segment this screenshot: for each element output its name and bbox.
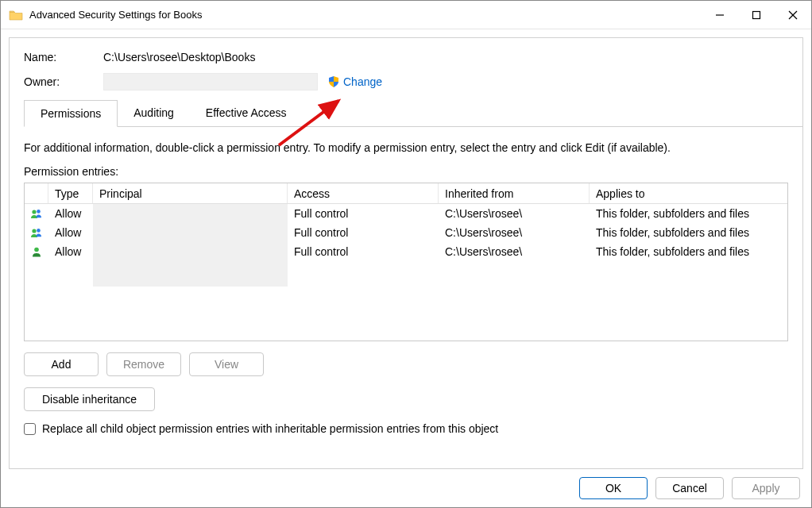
cell-applies-to: This folder, subfolders and files	[590, 244, 787, 260]
cell-principal	[93, 223, 288, 242]
cell-access: Full control	[288, 206, 439, 221]
group-icon	[30, 226, 43, 239]
cell-inherited-from: C:\Users\rosee\	[439, 244, 590, 260]
svg-point-7	[37, 229, 41, 233]
group-icon	[30, 207, 43, 220]
folder-icon	[9, 10, 23, 21]
disable-inheritance-button[interactable]: Disable inheritance	[24, 387, 155, 411]
cell-type: Allow	[48, 206, 93, 221]
cell-access: Full control	[288, 225, 439, 241]
window-title: Advanced Security Settings for Books	[29, 9, 203, 21]
window-controls	[702, 1, 811, 29]
maximize-button[interactable]	[738, 1, 775, 29]
owner-label: Owner:	[24, 75, 103, 88]
replace-checkbox-label: Replace all child object permission entr…	[42, 422, 498, 435]
view-button[interactable]: View	[189, 352, 264, 376]
table-row-empty	[25, 261, 787, 280]
close-button[interactable]	[775, 1, 811, 29]
svg-rect-1	[753, 11, 760, 18]
cell-type: Allow	[48, 244, 93, 260]
tab-permissions[interactable]: Permissions	[24, 100, 118, 127]
cell-type: Allow	[48, 225, 93, 241]
info-text: For additional information, double-click…	[24, 141, 788, 154]
replace-checkbox[interactable]	[24, 423, 36, 435]
add-button[interactable]: Add	[24, 352, 99, 376]
cell-access: Full control	[288, 244, 439, 260]
permission-entries-table: Type Principal Access Inherited from App…	[24, 183, 788, 341]
cancel-button[interactable]: Cancel	[655, 477, 724, 499]
header-principal[interactable]: Principal	[93, 183, 288, 203]
disable-inheritance-row: Disable inheritance	[24, 387, 788, 411]
change-owner-link[interactable]: Change	[343, 75, 382, 88]
header-access[interactable]: Access	[288, 183, 439, 203]
owner-value-box	[103, 73, 318, 90]
cell-applies-to: This folder, subfolders and files	[590, 206, 787, 221]
tab-effective-access[interactable]: Effective Access	[190, 100, 303, 127]
svg-point-8	[34, 248, 39, 252]
shield-icon	[327, 75, 340, 88]
cell-inherited-from: C:\Users\rosee\	[439, 206, 590, 221]
remove-button[interactable]: Remove	[106, 352, 181, 376]
svg-point-5	[37, 210, 41, 214]
name-row: Name: C:\Users\rosee\Desktop\Books	[24, 51, 788, 64]
content-frame: Name: C:\Users\rosee\Desktop\Books Owner…	[9, 37, 803, 469]
apply-button[interactable]: Apply	[732, 477, 800, 499]
minimize-button[interactable]	[702, 1, 738, 29]
owner-row: Owner: Change	[24, 73, 788, 90]
svg-point-4	[32, 210, 36, 214]
cell-applies-to: This folder, subfolders and files	[590, 225, 787, 241]
tabs: Permissions Auditing Effective Access	[24, 100, 788, 127]
cell-principal	[93, 204, 288, 223]
entry-button-row: Add Remove View	[24, 352, 788, 376]
table-row[interactable]: Allow Full control C:\Users\rosee\ This …	[25, 204, 787, 223]
header-type[interactable]: Type	[48, 183, 93, 203]
name-value: C:\Users\rosee\Desktop\Books	[103, 51, 255, 64]
cell-inherited-from: C:\Users\rosee\	[439, 225, 590, 241]
tab-auditing[interactable]: Auditing	[118, 100, 190, 127]
dialog-buttons: OK Cancel Apply	[579, 477, 800, 499]
table-header: Type Principal Access Inherited from App…	[25, 183, 787, 204]
titlebar: Advanced Security Settings for Books	[1, 1, 811, 29]
header-inherited-from[interactable]: Inherited from	[439, 183, 590, 203]
table-row[interactable]: Allow Full control C:\Users\rosee\ This …	[25, 223, 787, 242]
user-icon	[30, 245, 43, 258]
header-applies-to[interactable]: Applies to	[590, 183, 787, 203]
permission-entries-label: Permission entries:	[24, 165, 788, 178]
svg-point-6	[32, 229, 36, 233]
ok-button[interactable]: OK	[579, 477, 648, 499]
replace-checkbox-row[interactable]: Replace all child object permission entr…	[24, 422, 788, 435]
name-label: Name:	[24, 51, 103, 64]
